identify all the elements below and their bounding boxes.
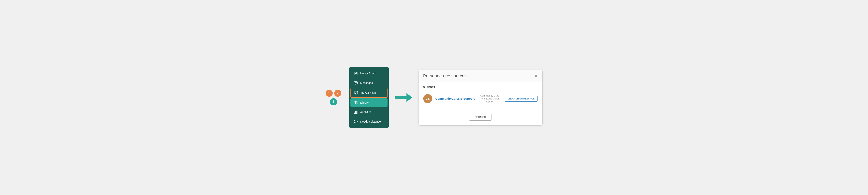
- sidebar-item-notice-board[interactable]: Notice Board: [350, 69, 388, 78]
- sidebar-item-need-assistance[interactable]: Need Assistance: [350, 117, 388, 126]
- svg-point-21: [355, 122, 356, 123]
- sidebar-item-messages[interactable]: Messages: [350, 78, 388, 88]
- page-container: 1 2 3 Notice Board: [326, 67, 542, 128]
- contact-name[interactable]: CommunityCareNB Support: [435, 97, 475, 100]
- modal-header: Personnes-ressources ✕: [418, 70, 542, 82]
- modal-body: SUPPORT CS CommunityCareNB Support Commu…: [418, 82, 542, 110]
- badge-row-top: 1 2: [326, 90, 341, 97]
- send-message-button[interactable]: ENVOYER UN MESSAGE: [505, 96, 537, 102]
- arrow-shaft: [395, 96, 406, 99]
- sidebar-item-analytics[interactable]: Analytics: [350, 107, 388, 117]
- section-support-label: SUPPORT: [423, 86, 538, 89]
- sidebar-item-library[interactable]: Library: [350, 98, 388, 107]
- badge-2: 2: [334, 90, 341, 97]
- sidebar-label-analytics: Analytics: [360, 110, 371, 114]
- badge-group: 1 2 3: [326, 90, 341, 105]
- fermer-button[interactable]: FERMER: [469, 114, 492, 121]
- badge-3: 3: [330, 98, 337, 105]
- notice-board-icon: [353, 71, 358, 75]
- arrow: [395, 93, 412, 102]
- sidebar-label-need-assistance: Need Assistance: [360, 120, 381, 123]
- svg-rect-6: [354, 82, 357, 84]
- contact-avatar: CS: [423, 94, 432, 103]
- svg-rect-18: [356, 111, 357, 113]
- badge-row-bottom: 3: [330, 98, 337, 105]
- modal-close-button[interactable]: ✕: [534, 74, 538, 78]
- analytics-icon: [353, 110, 358, 114]
- arrow-container: [395, 93, 412, 102]
- svg-rect-16: [354, 112, 355, 114]
- arrow-head: [406, 93, 412, 102]
- modal-footer: FERMER: [418, 110, 542, 125]
- need-assistance-icon: [353, 120, 358, 124]
- modal-personnes-ressources: Personnes-ressources ✕ SUPPORT CS Commun…: [418, 70, 542, 126]
- my-activities-icon: [354, 91, 358, 95]
- sidebar-label-notice-board: Notice Board: [360, 72, 376, 75]
- contact-row: CS CommunityCareNB Support Community Car…: [423, 92, 538, 106]
- contact-description: Community Care and Extra-Mural Support: [478, 94, 502, 103]
- messages-icon: [353, 81, 358, 85]
- sidebar: Notice Board Messages: [349, 67, 389, 128]
- svg-rect-17: [355, 111, 356, 114]
- sidebar-item-my-activities[interactable]: My Activities: [350, 88, 388, 98]
- badge-1: 1: [326, 90, 333, 97]
- library-icon: [353, 100, 358, 105]
- sidebar-label-messages: Messages: [360, 81, 373, 85]
- modal-title: Personnes-ressources: [423, 73, 467, 78]
- sidebar-label-library: Library: [360, 101, 369, 104]
- sidebar-label-my-activities: My Activities: [361, 91, 376, 94]
